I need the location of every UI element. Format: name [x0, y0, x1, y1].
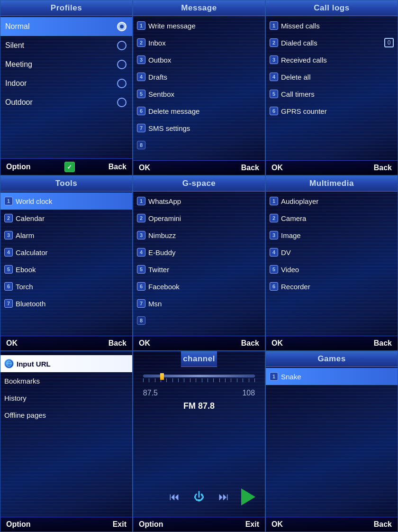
multimedia-footer: OK Back [266, 336, 398, 350]
games-ok-btn[interactable]: OK [271, 520, 283, 529]
msg-outbox-label: Outbox [148, 56, 171, 64]
browser-inputurl[interactable]: Input URL [0, 355, 132, 372]
fm-prev-btn[interactable]: ⏮ [169, 491, 180, 503]
msg-inbox[interactable]: 2 Inbox [133, 34, 265, 51]
msg-drafts[interactable]: 4 Drafts [133, 68, 265, 85]
browser-history[interactable]: History [0, 389, 132, 406]
profile-indoor[interactable]: Indoor [0, 74, 132, 93]
tool-bluetooth-num: 7 [4, 299, 13, 308]
msg-settings[interactable]: 7 SMS settings [133, 119, 265, 137]
dialed-badge: 0 [384, 38, 394, 47]
tool-calendar[interactable]: 2 Calendar [0, 210, 132, 227]
fmradio-exit-btn[interactable]: Exit [245, 520, 259, 529]
multimedia-panel: Multimedia 1 Audioplayer 2 Camera 3 Imag… [265, 175, 398, 351]
tool-calculator[interactable]: 4 Calculator [0, 244, 132, 261]
browser-bookmarks[interactable]: Bookmarks [0, 372, 132, 389]
call-received-num: 3 [270, 55, 278, 64]
tool-bluetooth[interactable]: 7 Bluetooth [0, 295, 132, 312]
fmradio-option-btn[interactable]: Option [139, 520, 163, 529]
tools-ok-btn[interactable]: OK [6, 339, 18, 348]
gs-whatsapp-label: WhatsApp [148, 197, 181, 205]
message-ok-btn[interactable]: OK [139, 164, 150, 172]
profiles-option-btn[interactable]: Option [6, 163, 31, 171]
msg-delete-num: 6 [137, 107, 145, 115]
gspace-panel: G-space 1 WhatsApp 2 Operamini 3 Nimbuzz… [133, 175, 265, 351]
calllogs-panel: Call logs 1 Missed calls 2 Dialed calls … [265, 0, 398, 175]
gspace-ok-btn[interactable]: OK [139, 339, 150, 348]
tools-back-btn[interactable]: Back [109, 339, 127, 348]
game-snake-label: Snake [281, 373, 301, 381]
tool-calculator-num: 4 [4, 248, 13, 257]
gs-facebook[interactable]: 6 Facebook [133, 278, 265, 295]
msg-sentbox[interactable]: 5 Sentbox [133, 85, 265, 102]
msg-item8[interactable]: 8 [133, 137, 265, 154]
gs-msn[interactable]: 7 Msn [133, 295, 265, 312]
gs-twitter[interactable]: 5 Twitter [133, 261, 265, 278]
gspace-content: 1 WhatsApp 2 Operamini 3 Nimbuzz 4 E-Bud… [133, 192, 265, 350]
call-missed[interactable]: 1 Missed calls [266, 17, 398, 34]
gs-opera[interactable]: 2 Operamini [133, 210, 265, 227]
call-dialed[interactable]: 2 Dialed calls 0 [266, 34, 398, 51]
mm-recorder[interactable]: 6 Recorder [266, 278, 398, 295]
tool-alarm-num: 3 [4, 231, 13, 239]
profile-normal[interactable]: Normal [0, 17, 132, 36]
profile-outdoor[interactable]: Outdoor [0, 93, 132, 112]
gs-nimbuzz[interactable]: 3 Nimbuzz [133, 227, 265, 244]
browser-option-btn[interactable]: Option [6, 520, 31, 529]
main-grid: Profiles Normal Silent Meeting Indoor [0, 0, 398, 532]
msg-write[interactable]: 1 Write message [133, 17, 265, 34]
profile-indoor-label: Indoor [5, 79, 27, 88]
calllogs-ok-btn[interactable]: OK [271, 164, 283, 172]
fm-position-indicator [160, 373, 164, 380]
profiles-back-btn[interactable]: Back [109, 163, 127, 171]
gspace-back-btn[interactable]: Back [241, 339, 259, 348]
browser-inputurl-label: Input URL [17, 360, 51, 368]
call-received[interactable]: 3 Received calls [266, 51, 398, 68]
radio-outdoor [117, 98, 127, 107]
gs-whatsapp[interactable]: 1 WhatsApp [133, 193, 265, 210]
gs-ebuddy-num: 4 [137, 248, 145, 257]
call-deleteall-num: 4 [270, 73, 278, 81]
tool-ebook[interactable]: 5 Ebook [0, 261, 132, 278]
tool-torch-label: Torch [16, 283, 33, 291]
mm-dv[interactable]: 4 DV [266, 244, 398, 261]
profile-silent[interactable]: Silent [0, 36, 132, 55]
games-footer: OK Back [266, 517, 398, 532]
game-snake[interactable]: 1 Snake [266, 368, 398, 385]
browser-exit-btn[interactable]: Exit [113, 520, 127, 529]
gspace-footer: OK Back [133, 336, 265, 350]
msg-outbox[interactable]: 3 Outbox [133, 51, 265, 68]
fm-power-btn[interactable]: ⏻ [194, 491, 204, 503]
call-deleteall[interactable]: 4 Delete all [266, 68, 398, 85]
message-back-btn[interactable]: Back [241, 164, 259, 172]
radio-indoor [117, 79, 127, 88]
msg-delete[interactable]: 6 Delete message [133, 102, 265, 119]
fm-next-btn[interactable]: ⏭ [218, 491, 229, 503]
radio-normal [117, 22, 127, 31]
tool-alarm[interactable]: 3 Alarm [0, 227, 132, 244]
multimedia-ok-btn[interactable]: OK [271, 339, 283, 348]
fm-slider-container [143, 375, 255, 382]
call-timers[interactable]: 5 Call timers [266, 85, 398, 102]
gs-opera-label: Operamini [148, 214, 181, 222]
call-timers-num: 5 [270, 90, 278, 98]
multimedia-content: 1 Audioplayer 2 Camera 3 Image 4 DV 5 [266, 192, 398, 350]
profiles-content: Normal Silent Meeting Indoor Outdoor [0, 16, 132, 175]
gs-item8[interactable]: 8 [133, 312, 265, 329]
call-gprs[interactable]: 6 GPRS counter [266, 102, 398, 119]
tool-torch[interactable]: 6 Torch [0, 278, 132, 295]
fm-current-freq: FM 87.8 [183, 401, 215, 411]
profile-meeting[interactable]: Meeting [0, 55, 132, 74]
browser-offline[interactable]: Offline pages [0, 406, 132, 423]
gs-ebuddy[interactable]: 4 E-Buddy [133, 244, 265, 261]
games-back-btn[interactable]: Back [374, 520, 392, 529]
tool-worldclock[interactable]: 1 World clock [0, 193, 132, 210]
mm-video[interactable]: 5 Video [266, 261, 398, 278]
calllogs-back-btn[interactable]: Back [374, 164, 392, 172]
fm-slider-track[interactable] [143, 375, 255, 377]
mm-image[interactable]: 3 Image [266, 227, 398, 244]
multimedia-back-btn[interactable]: Back [374, 339, 392, 348]
multimedia-header: Multimedia [266, 176, 398, 192]
mm-camera[interactable]: 2 Camera [266, 210, 398, 227]
mm-audio[interactable]: 1 Audioplayer [266, 193, 398, 210]
